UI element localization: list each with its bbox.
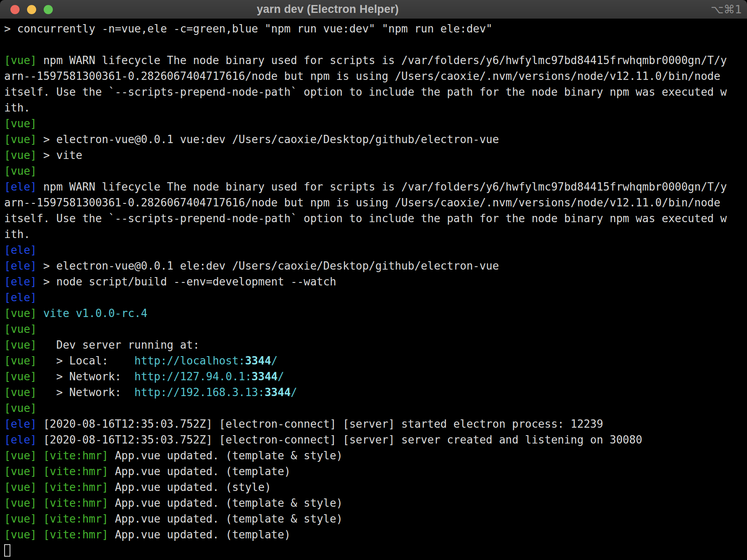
terminal-text-segment: arn--1597581300361-0.2826067404717616/no…: [4, 196, 720, 209]
traffic-lights: [10, 0, 53, 19]
terminal-text-segment: [37, 528, 43, 541]
terminal-text-segment: App.vue updated. (template): [108, 528, 290, 541]
terminal-line: itself. Use the `--scripts-prepend-node-…: [4, 84, 747, 100]
terminal-line: [vue] npm WARN lifecycle The node binary…: [4, 52, 747, 68]
terminal-text-segment: [vite:hmr]: [43, 481, 109, 493]
terminal-text-segment: App.vue updated. (template & style): [108, 497, 343, 509]
terminal-text-segment: [vue]: [4, 117, 37, 130]
terminal-text-segment: [vue]: [4, 402, 37, 414]
terminal-text-segment: [vite:hmr]: [43, 449, 109, 462]
terminal-text-segment: > node script/build --env=development --…: [37, 275, 336, 288]
terminal-cursor: [4, 544, 10, 557]
terminal-text-segment: [ele]: [4, 181, 37, 193]
terminal-text-segment: /: [271, 354, 278, 367]
terminal-text-segment: http://127.94.0.1:: [134, 370, 252, 383]
terminal-text-segment: 3344: [265, 386, 291, 399]
terminal-text-segment: [vue]: [4, 165, 37, 177]
terminal-text-segment: ith.: [4, 228, 30, 240]
terminal-text-segment: [vue]: [4, 513, 37, 525]
terminal-line: [ele] [2020-08-16T12:35:03.752Z] [electr…: [4, 416, 747, 432]
terminal-line: [ele] > electron-vue@0.0.1 ele:dev /User…: [4, 258, 747, 274]
close-button[interactable]: [10, 5, 20, 14]
terminal-line: [vue] [vite:hmr] App.vue updated. (templ…: [4, 511, 747, 527]
window-title: yarn dev (Electron Helper): [257, 0, 398, 19]
terminal-text-segment: [ele]: [4, 244, 37, 256]
terminal-text-segment: [2020-08-16T12:35:03.752Z] [electron-con…: [37, 434, 642, 446]
terminal-text-segment: [vue]: [4, 307, 37, 320]
terminal-text-segment: [vite:hmr]: [43, 528, 109, 541]
terminal-text-segment: [vue]: [4, 54, 37, 67]
terminal-text-segment: [37, 513, 43, 525]
terminal-line: [ele] [2020-08-16T12:35:03.752Z] [electr…: [4, 432, 747, 448]
terminal-text-segment: [37, 465, 43, 478]
zoom-button[interactable]: [44, 5, 53, 14]
terminal-line: [vue]: [4, 321, 747, 337]
terminal-line: [vue] [vite:hmr] App.vue updated. (templ…: [4, 495, 747, 511]
terminal-text-segment: npm WARN lifecycle The node binary used …: [37, 181, 727, 193]
terminal-text-segment: [ele]: [4, 291, 37, 304]
terminal-text-segment: ith.: [4, 102, 30, 114]
terminal-line: [vue] [vite:hmr] App.vue updated. (templ…: [4, 448, 747, 463]
terminal-line: [ele]: [4, 242, 747, 258]
terminal-line: [ele]: [4, 290, 747, 305]
terminal-text-segment: itself. Use the `--scripts-prepend-node-…: [4, 212, 727, 225]
terminal-text-segment: http://localhost:: [134, 354, 245, 367]
terminal-text-segment: App.vue updated. (template): [108, 465, 290, 478]
terminal-text-segment: [ele]: [4, 275, 37, 288]
terminal-text-segment: > Network:: [37, 370, 134, 383]
terminal-line: [vue] [vite:hmr] App.vue updated. (templ…: [4, 463, 747, 479]
terminal-text-segment: [ele]: [4, 418, 37, 430]
terminal-line: ith.: [4, 226, 747, 242]
terminal-text-segment: [vue]: [4, 133, 37, 146]
terminal-line: > concurrently -n=vue,ele -c=green,blue …: [4, 21, 747, 37]
terminal-text-segment: arn--1597581300361-0.2826067404717616/no…: [4, 70, 720, 82]
terminal-text-segment: [vite:hmr]: [43, 497, 109, 509]
terminal-line: [vue] > Network: http://127.94.0.1:3344/: [4, 369, 747, 384]
terminal-text-segment: [vite:hmr]: [43, 465, 109, 478]
terminal-text-segment: http://192.168.3.13:: [134, 386, 265, 399]
terminal-line: [ele] > node script/build --env=developm…: [4, 274, 747, 290]
terminal-text-segment: App.vue updated. (template & style): [108, 513, 343, 525]
terminal-text-segment: [37, 307, 43, 320]
terminal-line: [vue] > electron-vue@0.0.1 vue:dev /User…: [4, 131, 747, 147]
terminal-text-segment: [37, 481, 43, 493]
terminal-text-segment: [vue]: [4, 481, 37, 493]
terminal-text-segment: [2020-08-16T12:35:03.752Z] [electron-con…: [37, 418, 603, 430]
terminal-text-segment: [37, 449, 43, 462]
terminal-text-segment: Dev server running at:: [37, 339, 199, 351]
terminal-text-segment: App.vue updated. (style): [108, 481, 271, 493]
terminal-text-segment: [37, 497, 43, 509]
terminal-line: arn--1597581300361-0.2826067404717616/no…: [4, 68, 747, 84]
terminal-line: itself. Use the `--scripts-prepend-node-…: [4, 211, 747, 226]
terminal-line: [vue] [vite:hmr] App.vue updated. (templ…: [4, 527, 747, 543]
terminal-line: [ele] npm WARN lifecycle The node binary…: [4, 179, 747, 195]
terminal-text-segment: vite v1.0.0-rc.4: [43, 307, 147, 320]
tab-shortcut-badge: ⌥⌘1: [711, 0, 742, 19]
terminal-text-segment: [vue]: [4, 386, 37, 399]
terminal-text-segment: /: [277, 370, 284, 383]
terminal-text-segment: > vite: [37, 149, 82, 161]
terminal-text-segment: [vue]: [4, 465, 37, 478]
terminal-text-segment: [ele]: [4, 260, 37, 272]
terminal-line: ith.: [4, 100, 747, 116]
terminal-text-segment: [vue]: [4, 354, 37, 367]
terminal-line: [vue] Dev server running at:: [4, 337, 747, 353]
terminal-text-segment: 3344: [245, 354, 271, 367]
terminal-text-segment: [vue]: [4, 449, 37, 462]
terminal-text-segment: [vue]: [4, 497, 37, 509]
terminal-line: arn--1597581300361-0.2826067404717616/no…: [4, 195, 747, 211]
terminal-line: [vue]: [4, 116, 747, 131]
terminal-text-segment: [vue]: [4, 339, 37, 351]
terminal-line: [vue] > vite: [4, 147, 747, 163]
terminal-text-segment: [ele]: [4, 434, 37, 446]
terminal-output[interactable]: > concurrently -n=vue,ele -c=green,blue …: [0, 19, 747, 560]
minimize-button[interactable]: [27, 5, 36, 14]
titlebar[interactable]: yarn dev (Electron Helper) ⌥⌘1: [0, 0, 747, 19]
terminal-text-segment: App.vue updated. (template & style): [108, 449, 343, 462]
terminal-text-segment: itself. Use the `--scripts-prepend-node-…: [4, 86, 727, 98]
terminal-window: yarn dev (Electron Helper) ⌥⌘1 > concurr…: [0, 0, 747, 560]
terminal-text-segment: > electron-vue@0.0.1 ele:dev /Users/caox…: [37, 260, 499, 272]
terminal-text-segment: /: [291, 386, 297, 399]
terminal-text-segment: [vue]: [4, 149, 37, 161]
terminal-line: [vue]: [4, 400, 747, 416]
